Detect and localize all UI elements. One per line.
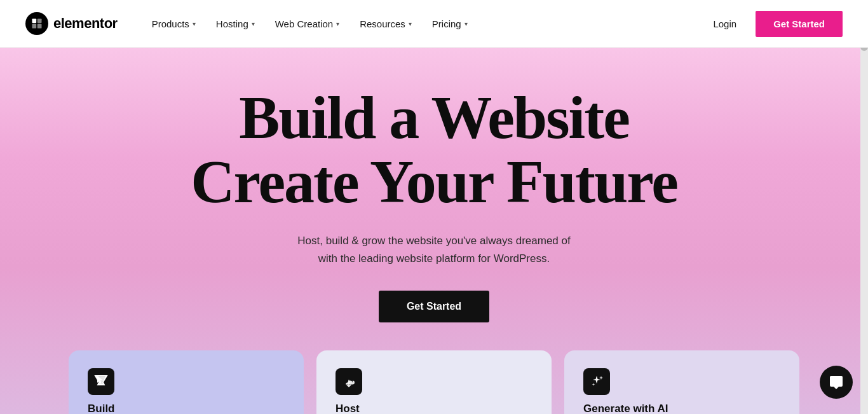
web-creation-chevron-icon: ▾ (336, 20, 339, 27)
hero-title-line2: Create Your Future (191, 148, 677, 216)
chat-icon (829, 375, 844, 390)
logo-icon (25, 12, 48, 35)
navbar: elementor Products ▾ Hosting ▾ Web Creat… (0, 0, 868, 48)
chat-bubble-button[interactable] (820, 366, 853, 399)
nav-links: Products ▾ Hosting ▾ Web Creation ▾ Reso… (143, 13, 705, 34)
build-icon (88, 368, 114, 395)
svg-rect-0 (32, 19, 37, 24)
products-chevron-icon: ▾ (193, 20, 196, 27)
nav-actions: Login Get Started (704, 11, 843, 37)
hero-cta-button[interactable]: Get Started (379, 291, 489, 322)
nav-pricing[interactable]: Pricing ▾ (423, 13, 477, 34)
pricing-chevron-icon: ▾ (465, 20, 468, 27)
nav-web-creation[interactable]: Web Creation ▾ (266, 13, 348, 34)
svg-rect-2 (32, 24, 37, 29)
resources-chevron-icon: ▾ (409, 20, 412, 27)
hero-title: Build a Website Create Your Future (191, 86, 677, 214)
feature-cards: Build Host (59, 350, 809, 414)
hero-subtitle: Host, build & grow the website you've al… (297, 232, 570, 268)
build-label: Build (88, 403, 285, 414)
nav-products[interactable]: Products ▾ (143, 13, 205, 34)
login-button[interactable]: Login (704, 13, 745, 34)
host-icon (336, 368, 362, 395)
svg-rect-1 (37, 19, 42, 24)
logo[interactable]: elementor (25, 12, 118, 35)
nav-resources[interactable]: Resources ▾ (351, 13, 421, 34)
get-started-nav-button[interactable]: Get Started (756, 11, 843, 37)
ai-icon (583, 368, 610, 395)
build-card-icon-wrapper (88, 368, 285, 395)
hero-title-line1: Build a Website (239, 83, 629, 151)
hero-section: Build a Website Create Your Future Host,… (0, 48, 868, 414)
logo-text: elementor (53, 15, 118, 32)
svg-rect-3 (37, 24, 42, 29)
nav-hosting[interactable]: Hosting ▾ (207, 13, 264, 34)
feature-card-host[interactable]: Host (316, 350, 552, 414)
host-card-icon-wrapper (336, 368, 532, 395)
scrollbar[interactable] (860, 0, 868, 414)
feature-card-build[interactable]: Build (69, 350, 304, 414)
host-label: Host (336, 403, 532, 414)
hosting-chevron-icon: ▾ (252, 20, 255, 27)
ai-label: Generate with AI (583, 403, 780, 414)
feature-card-ai[interactable]: Generate with AI (564, 350, 799, 414)
ai-card-icon-wrapper (583, 368, 780, 395)
